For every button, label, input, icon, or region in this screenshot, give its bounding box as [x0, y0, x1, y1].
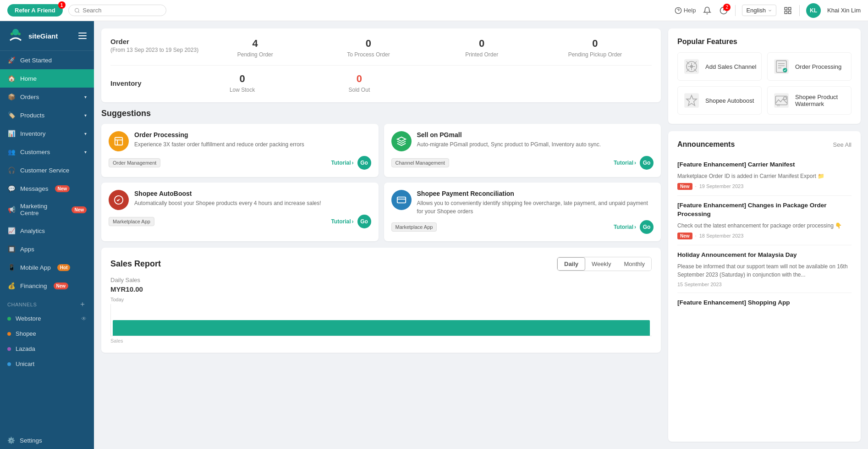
suggestion-title: Shopee AutoBoost [134, 190, 321, 197]
go-button[interactable]: Go [357, 215, 371, 228]
sidebar-item-home[interactable]: 🏠 Home [0, 69, 94, 88]
channel-lazada[interactable]: Lazada [0, 341, 94, 356]
refer-friend-button[interactable]: Refer A Friend 1 [7, 4, 63, 17]
sidebar-label: Inventory [20, 130, 46, 137]
feature-shopee-watermark[interactable]: W Shopee Product Watermark [767, 86, 852, 115]
period-monthly[interactable]: Monthly [617, 257, 651, 271]
sales-chart: Today Sales [110, 297, 652, 344]
announcement-title[interactable]: [Feature Enhancement] Changes in Package… [677, 201, 852, 219]
svg-text:W: W [777, 104, 780, 107]
feature-order-processing[interactable]: Order Processing [767, 52, 852, 81]
search-input[interactable] [82, 7, 160, 14]
suggestion-tag: Marketplace App [391, 222, 437, 232]
stat-label: Pending Order [198, 51, 312, 58]
tutorial-link[interactable]: Tutorial › [614, 224, 636, 230]
layout-icon[interactable] [783, 6, 793, 16]
announcement-meta: New · 19 September 2023 [677, 183, 852, 190]
suggestion-text: Shopee AutoBoost Automatically boost you… [134, 190, 321, 207]
divider2 [799, 5, 800, 16]
add-channel-button[interactable]: ＋ [79, 299, 87, 309]
channel-dot-shopee [7, 332, 11, 336]
stat-placeholder1 [418, 73, 535, 93]
sidebar-label: Messages [20, 185, 49, 192]
user-avatar[interactable]: KL [806, 3, 821, 18]
announcement-meta: New · 18 September 2023 [677, 233, 852, 239]
stat-value-red: 0 [301, 73, 418, 85]
sidebar-label: Home [20, 75, 37, 82]
user-name[interactable]: Khai Xin Lim [827, 7, 861, 14]
stat-label: To Process Order [312, 51, 425, 58]
stat-printed[interactable]: 0 Printed Order [425, 38, 538, 58]
stat-pickup[interactable]: 0 Pending Pickup Order [538, 38, 652, 58]
period-weekly[interactable]: Weekly [585, 257, 617, 271]
stat-placeholder2 [535, 73, 652, 93]
svg-point-11 [12, 29, 19, 35]
language-selector[interactable]: English [742, 5, 776, 16]
help-label: Help [684, 7, 696, 14]
chevron-right-icon: ▾ [84, 94, 87, 100]
svg-rect-7 [785, 7, 787, 10]
channel-shopee[interactable]: Shopee [0, 326, 94, 341]
channels-label: CHANNELS [7, 302, 37, 307]
analytics-icon: 📈 [7, 227, 16, 235]
tutorial-link[interactable]: Tutorial › [331, 218, 353, 225]
hamburger-menu[interactable] [78, 33, 87, 39]
stat-pending-order[interactable]: 4 Pending Order [198, 38, 312, 58]
suggestions-grid: Order Processing Experience 3X faster or… [101, 124, 661, 241]
stat-sold-out[interactable]: 0 Sold Out [301, 73, 418, 93]
announcement-title[interactable]: [Feature Enhancement] Carrier Manifest [677, 161, 852, 169]
right-panel: Popular Features Add Sales [668, 28, 861, 442]
new-badge: New [55, 185, 70, 192]
alerts-badge: 2 [723, 4, 731, 11]
refer-label: Refer A Friend [15, 7, 55, 14]
announcement-desc: Please be informed that our support team… [677, 262, 852, 279]
sidebar-item-messages[interactable]: 💬 Messages New [0, 179, 94, 198]
help-icon [675, 7, 682, 14]
sidebar-item-orders[interactable]: 📦 Orders ▾ [0, 88, 94, 106]
announcement-title[interactable]: [Feature Enhancement] Shopping App [677, 299, 852, 307]
go-button[interactable]: Go [357, 156, 371, 170]
help-button[interactable]: Help [675, 7, 696, 14]
channel-unicart[interactable]: Unicart [0, 356, 94, 371]
search-box[interactable] [68, 5, 166, 16]
sidebar-item-apps[interactable]: 🔲 Apps [0, 240, 94, 258]
tutorial-link[interactable]: Tutorial › [614, 160, 636, 166]
alerts-button[interactable]: 2 [719, 6, 729, 16]
sidebar-item-mobile-app[interactable]: 📱 Mobile App Hot [0, 258, 94, 277]
go-button[interactable]: Go [640, 220, 654, 234]
channel-dot-webstore [7, 317, 11, 321]
stat-value: 0 [184, 73, 301, 85]
order-title: Order [110, 38, 198, 45]
sidebar-label: Get Started [20, 57, 52, 64]
search-icon [74, 7, 80, 14]
channel-label: Lazada [16, 345, 35, 352]
see-all-button[interactable]: See All [833, 141, 852, 148]
chart-bars [110, 304, 652, 336]
sidebar-item-financing[interactable]: 💰 Financing New [0, 277, 94, 295]
sidebar-item-analytics[interactable]: 📈 Analytics [0, 222, 94, 240]
svg-point-22 [690, 65, 693, 68]
sidebar-item-get-started[interactable]: 🚀 Get Started [0, 51, 94, 69]
stat-to-process[interactable]: 0 To Process Order [312, 38, 425, 58]
sidebar-item-marketing-centre[interactable]: 📢 Marketing Centre New [0, 198, 94, 222]
notifications-button[interactable] [702, 6, 712, 16]
suggestion-footer: Channel Management Tutorial › Go [391, 156, 654, 170]
sidebar-item-inventory[interactable]: 📊 Inventory ▾ [0, 124, 94, 143]
feature-add-sales-channel[interactable]: Add Sales Channel [677, 52, 762, 81]
eye-icon[interactable]: 👁 [81, 316, 87, 322]
sidebar-item-customers[interactable]: 👥 Customers ▾ [0, 143, 94, 161]
go-button[interactable]: Go [640, 156, 654, 170]
sidebar-item-customer-service[interactable]: 🎧 Customer Service [0, 161, 94, 179]
tutorial-link[interactable]: Tutorial › [331, 160, 353, 166]
sales-amount: MYR10.00 [110, 285, 652, 293]
feature-shopee-autoboost[interactable]: Shopee Autoboost [677, 86, 762, 115]
announcement-title[interactable]: Holiday Announcement for Malaysia Day [677, 251, 852, 260]
channel-webstore[interactable]: Webstore 👁 [0, 311, 94, 326]
suggestion-payment-reconciliation: Shopee Payment Reconciliation Allows you… [384, 183, 661, 241]
order-date-range: (From 13 Sep 2023 to 19 Sep 2023) [110, 47, 198, 53]
period-daily[interactable]: Daily [557, 257, 585, 271]
sidebar-item-products[interactable]: 🏷️ Products ▾ [0, 106, 94, 124]
sidebar-item-settings[interactable]: ⚙️ Settings [0, 432, 94, 449]
suggestion-tag: Channel Management [391, 158, 449, 167]
stat-low-stock[interactable]: 0 Low Stock [184, 73, 301, 93]
